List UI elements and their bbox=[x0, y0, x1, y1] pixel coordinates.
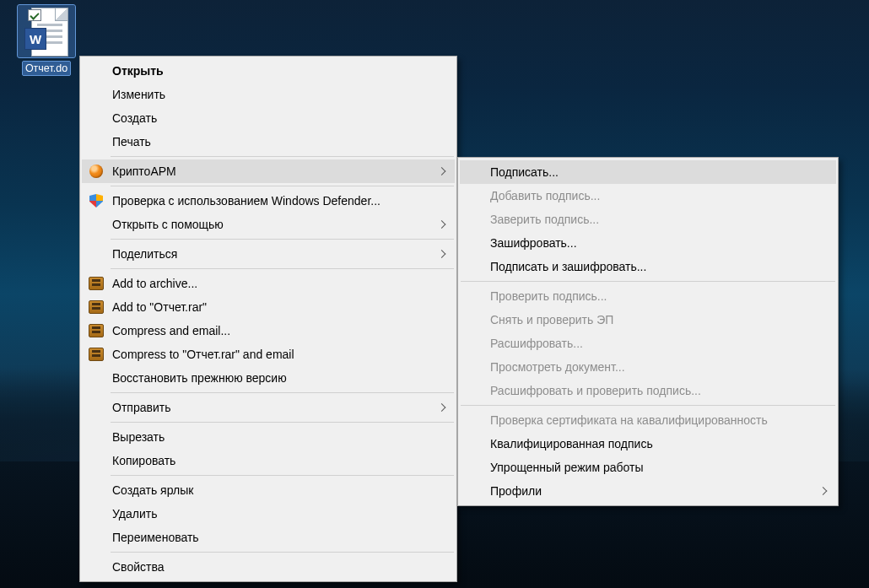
submenu-verify-sign-label: Заверить подпись... bbox=[490, 213, 599, 226]
submenu-view-doc-label: Просмотреть документ... bbox=[490, 360, 625, 374]
menu-cut[interactable]: Вырезать bbox=[82, 425, 455, 449]
submenu-remove-check[interactable]: Снять и проверить ЭП bbox=[460, 308, 836, 332]
menu-shortcut[interactable]: Создать ярлык bbox=[82, 478, 455, 502]
menu-compress-rar-email-label: Compress to "Отчет.rar" and email bbox=[112, 348, 294, 361]
menu-create[interactable]: Создать bbox=[82, 106, 455, 130]
submenu-cert-check-label: Проверка сертификата на кавалифицированн… bbox=[490, 413, 768, 427]
submenu-check-sign-label: Проверить подпись... bbox=[490, 289, 607, 303]
menu-edit-label: Изменить bbox=[112, 88, 165, 101]
submenu-arrow-icon bbox=[438, 220, 446, 229]
winrar-icon bbox=[88, 322, 105, 339]
menu-edit[interactable]: Изменить bbox=[82, 83, 455, 106]
winrar-icon bbox=[88, 346, 105, 363]
file-icon-box: W bbox=[18, 5, 75, 57]
submenu-sign-encrypt-label: Подписать и зашифровать... bbox=[490, 260, 646, 273]
submenu-sign-encrypt[interactable]: Подписать и зашифровать... bbox=[460, 255, 836, 278]
menu-share[interactable]: Поделиться bbox=[82, 242, 455, 266]
menu-separator bbox=[111, 186, 454, 186]
menu-copy-label: Копировать bbox=[112, 454, 175, 467]
menu-cut-label: Вырезать bbox=[112, 430, 165, 444]
defender-shield-icon bbox=[88, 192, 105, 209]
submenu-check-sign[interactable]: Проверить подпись... bbox=[460, 284, 836, 308]
menu-separator bbox=[111, 268, 454, 269]
menu-copy[interactable]: Копировать bbox=[82, 449, 455, 472]
menu-rename[interactable]: Переименовать bbox=[82, 526, 455, 549]
submenu-profiles-label: Профили bbox=[490, 484, 542, 498]
menu-restore-prev-label: Восстановить прежнюю версию bbox=[112, 371, 287, 385]
menu-defender-label: Проверка с использованием Windows Defend… bbox=[112, 194, 381, 208]
menu-send-to-label: Отправить bbox=[112, 401, 170, 414]
desktop-file-otchet[interactable]: W Отчет.do bbox=[12, 5, 81, 78]
submenu-encrypt[interactable]: Зашифровать... bbox=[460, 231, 836, 255]
cryptoarm-icon bbox=[88, 163, 105, 180]
menu-properties[interactable]: Свойства bbox=[82, 555, 455, 579]
menu-separator bbox=[111, 239, 454, 240]
menu-compress-email[interactable]: Compress and email... bbox=[82, 319, 455, 343]
menu-print[interactable]: Печать bbox=[82, 130, 455, 154]
submenu-arrow-icon bbox=[438, 250, 446, 258]
submenu-sign[interactable]: Подписать... bbox=[460, 160, 836, 184]
word-badge-icon: W bbox=[24, 28, 46, 50]
menu-rename-label: Переименовать bbox=[112, 531, 199, 544]
menu-compress-rar-email[interactable]: Compress to "Отчет.rar" and email bbox=[82, 343, 455, 366]
menu-open-with[interactable]: Открыть с помощью bbox=[82, 213, 455, 236]
menu-shortcut-label: Создать ярлык bbox=[112, 483, 193, 497]
submenu-add-sign-label: Добавить подпись... bbox=[490, 189, 600, 202]
file-label: Отчет.do bbox=[23, 62, 70, 75]
menu-properties-label: Свойства bbox=[112, 560, 164, 574]
cryptoarm-submenu: Подписать... Добавить подпись... Заверит… bbox=[457, 157, 839, 506]
menu-cryptoarm[interactable]: КриптоАРМ bbox=[82, 159, 455, 183]
context-menu: Открыть Изменить Создать Печать КриптоАР… bbox=[79, 56, 457, 582]
submenu-verify-sign[interactable]: Заверить подпись... bbox=[460, 208, 836, 231]
submenu-decrypt-check[interactable]: Расшифровать и проверить подпись... bbox=[460, 379, 836, 402]
menu-separator bbox=[111, 422, 454, 423]
menu-open-with-label: Открыть с помощью bbox=[112, 218, 224, 231]
menu-defender[interactable]: Проверка с использованием Windows Defend… bbox=[82, 189, 455, 213]
menu-add-archive[interactable]: Add to archive... bbox=[82, 272, 455, 295]
submenu-simple-mode-label: Упрощенный режим работы bbox=[490, 461, 643, 474]
menu-restore-prev[interactable]: Восстановить прежнюю версию bbox=[82, 366, 455, 390]
menu-add-rar-label: Add to "Отчет.rar" bbox=[112, 300, 207, 314]
winrar-icon bbox=[88, 299, 105, 316]
winrar-icon bbox=[88, 275, 105, 292]
submenu-decrypt[interactable]: Расшифровать... bbox=[460, 332, 836, 355]
submenu-sign-label: Подписать... bbox=[490, 165, 559, 179]
submenu-cert-check[interactable]: Проверка сертификата на кавалифицированн… bbox=[460, 408, 836, 432]
submenu-remove-check-label: Снять и проверить ЭП bbox=[490, 313, 613, 326]
menu-delete[interactable]: Удалить bbox=[82, 502, 455, 526]
submenu-qualified-label: Квалифицированная подпись bbox=[490, 437, 653, 450]
menu-separator bbox=[111, 552, 454, 553]
menu-create-label: Создать bbox=[112, 111, 157, 125]
menu-cryptoarm-label: КриптоАРМ bbox=[112, 165, 176, 178]
menu-separator bbox=[111, 156, 454, 157]
submenu-profiles[interactable]: Профили bbox=[460, 479, 836, 503]
menu-send-to[interactable]: Отправить bbox=[82, 396, 455, 419]
submenu-add-sign[interactable]: Добавить подпись... bbox=[460, 184, 836, 208]
submenu-view-doc[interactable]: Просмотреть документ... bbox=[460, 355, 836, 379]
submenu-decrypt-label: Расшифровать... bbox=[490, 337, 583, 350]
menu-share-label: Поделиться bbox=[112, 247, 177, 261]
submenu-separator bbox=[461, 281, 835, 282]
checkmark-icon bbox=[28, 9, 41, 21]
menu-add-rar[interactable]: Add to "Отчет.rar" bbox=[82, 295, 455, 319]
menu-open-label: Открыть bbox=[112, 64, 164, 78]
word-document-icon: W bbox=[24, 8, 68, 57]
menu-add-archive-label: Add to archive... bbox=[112, 277, 197, 290]
submenu-separator bbox=[461, 405, 835, 406]
submenu-arrow-icon bbox=[438, 403, 446, 412]
submenu-decrypt-check-label: Расшифровать и проверить подпись... bbox=[490, 384, 701, 397]
submenu-arrow-icon bbox=[438, 167, 446, 175]
menu-compress-email-label: Compress and email... bbox=[112, 324, 230, 337]
menu-print-label: Печать bbox=[112, 135, 151, 148]
menu-separator bbox=[111, 392, 454, 393]
submenu-simple-mode[interactable]: Упрощенный режим работы bbox=[460, 456, 836, 479]
menu-separator bbox=[111, 475, 454, 476]
menu-open[interactable]: Открыть bbox=[82, 59, 455, 83]
submenu-arrow-icon bbox=[819, 487, 828, 495]
menu-delete-label: Удалить bbox=[112, 507, 157, 521]
submenu-encrypt-label: Зашифровать... bbox=[490, 236, 577, 250]
submenu-qualified[interactable]: Квалифицированная подпись bbox=[460, 432, 836, 456]
